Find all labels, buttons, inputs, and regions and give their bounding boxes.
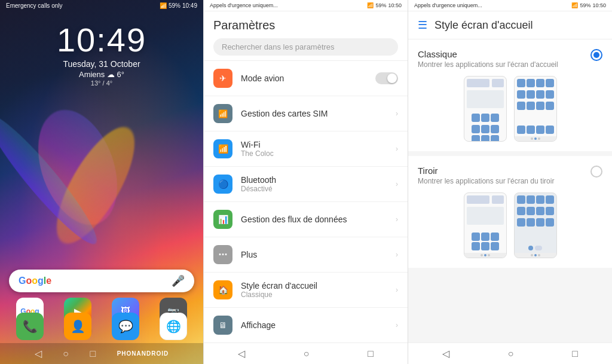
dock-contacts[interactable]: 👤 <box>64 313 91 340</box>
tiroir-title: Tiroir <box>418 166 554 176</box>
city-name: Amiens <box>79 70 105 79</box>
settings-item-sim[interactable]: 📶 Gestion des cartes SIM › <box>204 96 408 131</box>
homestyle-status-icons: 📶 59% 10:50 <box>571 2 606 8</box>
google-logo: Google <box>19 276 51 286</box>
settings-item-data[interactable]: 📊 Gestion des flux de données › <box>204 202 408 237</box>
settings-battery: 59% <box>375 2 386 8</box>
airplane-content: Mode avion <box>241 74 367 83</box>
hs-home-button[interactable]: ○ <box>508 348 514 359</box>
emergency-text: Emergency calls only <box>6 2 62 9</box>
data-label: Gestion des flux de données <box>241 215 387 224</box>
lockscreen-status-bar: Emergency calls only 📶 59% 10:49 <box>0 0 203 11</box>
homestyle-emergency-text: Appels d'urgence uniquem... <box>414 2 482 8</box>
homestyle-chevron: › <box>396 286 398 294</box>
homestyle-content: Style écran d'accueil Classique <box>241 281 387 299</box>
settings-panel: Appels d'urgence uniquem... 📶 59% 10:50 … <box>203 0 408 364</box>
signal-icon: 📶 <box>160 2 167 9</box>
hs-time: 10:50 <box>592 2 606 8</box>
display-icon: 🖥 <box>213 316 232 335</box>
home-button-lock[interactable]: ○ <box>63 348 69 359</box>
settings-recents-button[interactable]: □ <box>368 348 374 359</box>
tiroir-section-header: Tiroir Montrer les applications sur l'éc… <box>418 166 602 185</box>
settings-status-icons: 📶 59% 10:50 <box>367 2 402 8</box>
homestyle-title: Style écran d'accueil <box>434 19 533 32</box>
wifi-chevron: › <box>396 145 398 153</box>
classique-previews <box>418 76 602 142</box>
dock-phone[interactable]: 📞 <box>16 313 44 340</box>
wifi-label: Wi-Fi <box>241 140 387 149</box>
homestyle-header: ☰ Style écran d'accueil <box>408 11 612 39</box>
back-button-lock[interactable]: ◁ <box>35 348 42 359</box>
bluetooth-value: Désactivé <box>241 185 387 193</box>
settings-item-airplane[interactable]: ✈ Mode avion <box>204 61 408 96</box>
time-status: 10:49 <box>182 2 197 9</box>
plus-icon: ··· <box>213 245 232 264</box>
hamburger-menu-icon[interactable]: ☰ <box>418 19 427 32</box>
tiroir-preview-1 <box>464 192 507 258</box>
settings-back-button[interactable]: ◁ <box>238 348 245 359</box>
status-icons: 📶 59% 10:49 <box>160 2 197 9</box>
sim-label: Gestion des cartes SIM <box>241 109 387 118</box>
wifi-content: Wi-Fi The Coloc <box>241 140 387 158</box>
settings-time: 10:50 <box>388 2 402 8</box>
preview-screen-2 <box>515 77 556 136</box>
settings-item-bluetooth[interactable]: 🔵 Bluetooth Désactivé › <box>204 167 408 202</box>
settings-item-wifi[interactable]: 📶 Wi-Fi The Coloc › <box>204 131 408 167</box>
dock-messages[interactable]: 💬 <box>112 313 139 340</box>
classique-preview-1 <box>464 76 507 142</box>
settings-list: ✈ Mode avion 📶 Gestion des cartes SIM › … <box>204 61 408 342</box>
settings-item-display[interactable]: 🖥 Affichage › <box>204 308 408 342</box>
settings-item-homestyle[interactable]: 🏠 Style écran d'accueil Classique › <box>204 273 408 308</box>
homestyle-status-bar: Appels d'urgence uniquem... 📶 59% 10:50 <box>408 0 612 11</box>
date-display: Tuesday, 31 October <box>0 59 203 69</box>
recents-button-lock[interactable]: □ <box>90 348 96 359</box>
homestyle-panel: Appels d'urgence uniquem... 📶 59% 10:50 … <box>408 0 612 364</box>
plus-content: Plus <box>241 250 387 259</box>
tiroir-previews <box>418 192 602 258</box>
nav-bar-lockscreen: ◁ ○ □ PHONANDROID <box>0 343 203 364</box>
dock-chrome[interactable]: 🌐 <box>160 313 187 340</box>
mic-icon[interactable]: 🎤 <box>172 274 185 287</box>
classique-title: Classique <box>418 49 558 59</box>
settings-header: Paramètres Rechercher dans les paramètre… <box>204 11 408 61</box>
plus-label: Plus <box>241 250 387 259</box>
homestyle-icon: 🏠 <box>213 280 232 299</box>
settings-emergency-text: Appels d'urgence uniquem... <box>210 2 278 8</box>
classique-info: Classique Montrer les applications sur l… <box>418 49 558 69</box>
data-icon: 📊 <box>213 210 232 229</box>
lockscreen-panel: Emergency calls only 📶 59% 10:49 10:49 T… <box>0 0 203 364</box>
airplane-label: Mode avion <box>241 74 367 83</box>
homestyle-label: Style écran d'accueil <box>241 281 387 290</box>
classique-radio[interactable] <box>590 49 602 61</box>
weather-icon: ☁ <box>107 70 115 79</box>
classique-section[interactable]: Classique Montrer les applications sur l… <box>408 39 612 151</box>
temp-range: 13° / 4° <box>0 79 203 87</box>
settings-search[interactable]: Rechercher dans les paramètres <box>213 38 398 56</box>
tiroir-section[interactable]: Tiroir Montrer les applications sur l'éc… <box>408 156 612 268</box>
classique-desc: Montrer les applications sur l'écran d'a… <box>418 60 558 69</box>
hs-signal-icon: 📶 <box>571 2 578 8</box>
airplane-toggle[interactable] <box>375 72 398 84</box>
wifi-icon: 📶 <box>213 139 232 158</box>
tiroir-screen-1 <box>464 193 506 253</box>
bluetooth-content: Bluetooth Désactivé <box>241 175 387 193</box>
homestyle-value: Classique <box>241 290 387 299</box>
tiroir-radio[interactable] <box>590 166 602 178</box>
classique-section-header: Classique Montrer les applications sur l… <box>418 49 602 69</box>
hs-battery: 59% <box>580 2 590 8</box>
bluetooth-chevron: › <box>396 180 398 188</box>
display-label: Affichage <box>241 320 387 330</box>
bluetooth-label: Bluetooth <box>241 175 387 185</box>
radio-inner-classique <box>593 52 599 58</box>
hs-recents-button[interactable]: □ <box>572 348 578 359</box>
display-content: Affichage <box>241 320 387 330</box>
google-search-bar[interactable]: Google 🎤 <box>9 270 194 292</box>
preview-screen-1 <box>464 77 506 142</box>
airplane-icon: ✈ <box>213 69 232 88</box>
settings-nav-bar: ◁ ○ □ <box>204 342 408 364</box>
data-chevron: › <box>396 215 398 224</box>
hs-back-button[interactable]: ◁ <box>442 348 449 359</box>
settings-home-button[interactable]: ○ <box>304 348 310 359</box>
settings-item-plus[interactable]: ··· Plus › <box>204 237 408 273</box>
settings-status-bar: Appels d'urgence uniquem... 📶 59% 10:50 <box>204 0 408 11</box>
